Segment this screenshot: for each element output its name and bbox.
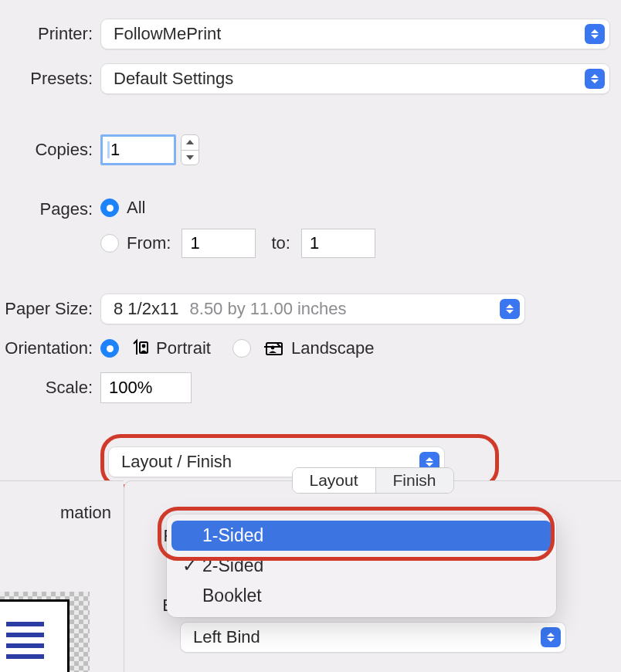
svg-point-3 [271,346,275,350]
orientation-portrait-label: Portrait [156,338,211,358]
row-orientation: Orientation: Portrait [0,338,621,358]
scale-label: Scale: [0,378,100,398]
chevrons-icon [541,627,561,647]
menu-item-label: Booklet [202,585,262,606]
menu-item-1sided[interactable]: 1-Sided [171,521,551,551]
presets-popup[interactable]: Default Settings [100,63,610,94]
paper-size-detail: 8.50 by 11.00 inches [190,299,347,318]
pages-range-radio[interactable] [100,234,119,253]
pages-all-label: All [127,198,145,218]
paper-size-name: 8 1/2x11 [114,299,178,318]
pages-to-field[interactable] [301,229,375,258]
pages-from-label: From: [127,233,171,253]
orientation-portrait-radio[interactable] [100,339,119,358]
landscape-icon [262,339,285,358]
paper-size-label: Paper Size: [0,299,100,319]
scale-field[interactable] [100,372,192,403]
menu-item-2sided[interactable]: ✓ 2-Sided [171,551,551,581]
section-popup-value: Layout / Finish [121,452,232,472]
row-paper-size: Paper Size: 8 1/2x11 8.50 by 11.00 inche… [0,294,621,324]
menu-item-label: 2-Sided [202,555,263,576]
menu-item-label: 1-Sided [202,525,263,546]
chevrons-icon [500,299,520,319]
checkmark-icon: ✓ [179,555,199,576]
copies-label: Copies: [0,140,100,160]
orientation-landscape-radio[interactable] [232,339,251,358]
bind-position-popup[interactable]: Left Bind [180,622,566,653]
stepper-up-icon[interactable] [182,135,199,150]
row-scale: Scale: [0,372,621,403]
print-type-menu: 1-Sided ✓ 2-Sided Booklet [167,514,556,617]
print-dialog: Printer: FollowMePrint Presets: Default … [0,0,621,672]
printer-popup[interactable]: FollowMePrint [100,19,610,49]
menu-item-booklet[interactable]: Booklet [171,581,551,611]
copies-stepper[interactable] [181,134,199,165]
svg-point-1 [142,344,146,348]
row-presets: Presets: Default Settings [0,63,621,94]
pages-all-radio[interactable] [100,199,119,217]
presets-popup-value: Default Settings [114,69,233,89]
printer-label: Printer: [0,24,100,44]
pages-from-field[interactable] [182,229,256,258]
copies-field[interactable] [100,134,176,165]
orientation-landscape-label: Landscape [291,338,375,358]
pages-to-label: to: [271,233,290,253]
pages-label: Pages: [0,198,100,219]
chevrons-icon [585,69,605,89]
row-copies: Copies: [0,134,621,165]
row-pages: Pages: All From: to: [0,198,621,258]
presets-label: Presets: [0,69,100,89]
tab-finish[interactable]: Finish [376,468,453,493]
stepper-down-icon[interactable] [182,151,199,165]
row-printer: Printer: FollowMePrint [0,19,621,49]
portrait-icon [130,338,150,358]
tab-layout[interactable]: Layout [292,468,375,493]
paper-size-popup[interactable]: 8 1/2x11 8.50 by 11.00 inches [100,294,525,324]
preview-thumbnail [0,592,90,672]
printer-popup-value: FollowMePrint [114,24,221,44]
chevrons-icon [585,24,605,44]
orientation-label: Orientation: [0,338,100,358]
options-tabs: Layout Finish [291,467,453,494]
bind-position-value: Left Bind [193,627,260,647]
sidebar-fragment-label: mation [60,503,111,522]
